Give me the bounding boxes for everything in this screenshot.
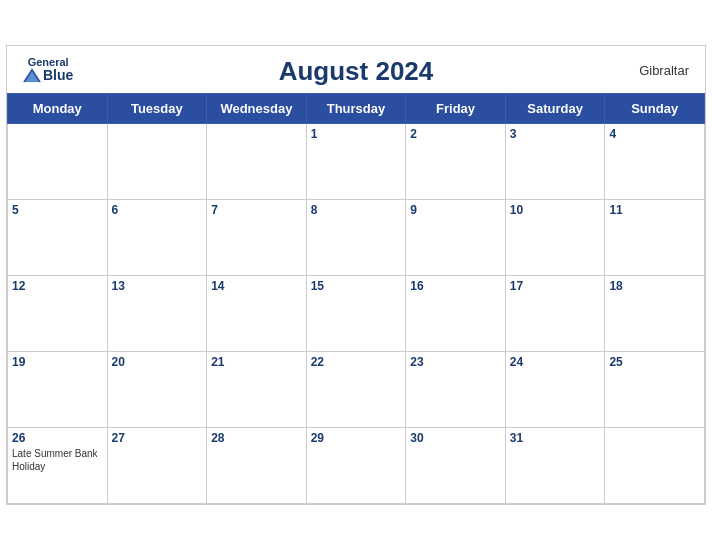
day-cell: 24 bbox=[505, 352, 605, 428]
day-cell bbox=[605, 428, 705, 504]
day-cell: 22 bbox=[306, 352, 406, 428]
week-row-2: 567891011 bbox=[8, 200, 705, 276]
day-cell: 9 bbox=[406, 200, 506, 276]
day-cell: 13 bbox=[107, 276, 207, 352]
day-number: 21 bbox=[211, 355, 302, 369]
day-number: 16 bbox=[410, 279, 501, 293]
day-number: 28 bbox=[211, 431, 302, 445]
day-number: 14 bbox=[211, 279, 302, 293]
day-cell: 1 bbox=[306, 124, 406, 200]
day-number: 27 bbox=[112, 431, 203, 445]
day-number: 13 bbox=[112, 279, 203, 293]
day-cell: 17 bbox=[505, 276, 605, 352]
calendar-header: General Blue August 2024 Gibraltar bbox=[7, 46, 705, 93]
header-saturday: Saturday bbox=[505, 94, 605, 124]
day-number: 12 bbox=[12, 279, 103, 293]
region-label: Gibraltar bbox=[639, 62, 689, 77]
header-sunday: Sunday bbox=[605, 94, 705, 124]
day-number: 22 bbox=[311, 355, 402, 369]
calendar: General Blue August 2024 Gibraltar Monda… bbox=[6, 45, 706, 505]
day-cell bbox=[207, 124, 307, 200]
day-cell: 21 bbox=[207, 352, 307, 428]
day-number: 30 bbox=[410, 431, 501, 445]
day-number: 1 bbox=[311, 127, 402, 141]
day-number: 23 bbox=[410, 355, 501, 369]
day-number: 9 bbox=[410, 203, 501, 217]
day-number: 25 bbox=[609, 355, 700, 369]
day-number: 17 bbox=[510, 279, 601, 293]
day-cell: 4 bbox=[605, 124, 705, 200]
day-cell bbox=[8, 124, 108, 200]
day-cell: 6 bbox=[107, 200, 207, 276]
day-cell: 31 bbox=[505, 428, 605, 504]
day-cell: 7 bbox=[207, 200, 307, 276]
day-number: 10 bbox=[510, 203, 601, 217]
day-number: 5 bbox=[12, 203, 103, 217]
day-cell: 30 bbox=[406, 428, 506, 504]
day-cell bbox=[107, 124, 207, 200]
day-number: 26 bbox=[12, 431, 103, 445]
day-cell: 20 bbox=[107, 352, 207, 428]
day-cell: 12 bbox=[8, 276, 108, 352]
day-number: 7 bbox=[211, 203, 302, 217]
header-wednesday: Wednesday bbox=[207, 94, 307, 124]
header-friday: Friday bbox=[406, 94, 506, 124]
logo-blue-text: Blue bbox=[43, 68, 73, 83]
day-number: 4 bbox=[609, 127, 700, 141]
day-cell: 14 bbox=[207, 276, 307, 352]
weekday-header-row: Monday Tuesday Wednesday Thursday Friday… bbox=[8, 94, 705, 124]
day-cell: 2 bbox=[406, 124, 506, 200]
day-number: 19 bbox=[12, 355, 103, 369]
week-row-5: 26Late Summer Bank Holiday2728293031 bbox=[8, 428, 705, 504]
day-number: 18 bbox=[609, 279, 700, 293]
day-number: 3 bbox=[510, 127, 601, 141]
header-thursday: Thursday bbox=[306, 94, 406, 124]
day-cell: 18 bbox=[605, 276, 705, 352]
day-cell: 10 bbox=[505, 200, 605, 276]
week-row-1: 1234 bbox=[8, 124, 705, 200]
day-cell: 15 bbox=[306, 276, 406, 352]
day-cell: 29 bbox=[306, 428, 406, 504]
event-text: Late Summer Bank Holiday bbox=[12, 447, 103, 473]
day-number: 11 bbox=[609, 203, 700, 217]
day-number: 6 bbox=[112, 203, 203, 217]
day-number: 29 bbox=[311, 431, 402, 445]
day-cell: 11 bbox=[605, 200, 705, 276]
day-cell: 19 bbox=[8, 352, 108, 428]
day-number: 31 bbox=[510, 431, 601, 445]
day-number: 2 bbox=[410, 127, 501, 141]
day-cell: 5 bbox=[8, 200, 108, 276]
header-tuesday: Tuesday bbox=[107, 94, 207, 124]
week-row-3: 12131415161718 bbox=[8, 276, 705, 352]
header-monday: Monday bbox=[8, 94, 108, 124]
logo-icon bbox=[23, 69, 41, 83]
day-cell: 28 bbox=[207, 428, 307, 504]
day-number: 15 bbox=[311, 279, 402, 293]
day-number: 8 bbox=[311, 203, 402, 217]
day-cell: 16 bbox=[406, 276, 506, 352]
day-cell: 3 bbox=[505, 124, 605, 200]
day-cell: 8 bbox=[306, 200, 406, 276]
day-number: 24 bbox=[510, 355, 601, 369]
calendar-table: Monday Tuesday Wednesday Thursday Friday… bbox=[7, 93, 705, 504]
day-cell: 26Late Summer Bank Holiday bbox=[8, 428, 108, 504]
day-cell: 27 bbox=[107, 428, 207, 504]
day-cell: 25 bbox=[605, 352, 705, 428]
day-number: 20 bbox=[112, 355, 203, 369]
week-row-4: 19202122232425 bbox=[8, 352, 705, 428]
day-cell: 23 bbox=[406, 352, 506, 428]
logo: General Blue bbox=[23, 56, 73, 83]
calendar-title: August 2024 bbox=[279, 56, 434, 87]
